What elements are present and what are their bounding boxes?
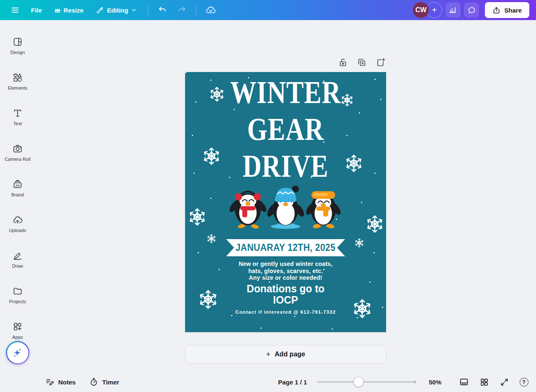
- snowflake-icon: [355, 238, 364, 248]
- sidebar-item-brand[interactable]: co Brand: [2, 174, 34, 202]
- folder-icon: [13, 286, 23, 296]
- crown-icon: [54, 8, 61, 13]
- add-page-icon: [376, 57, 386, 67]
- details-line: New or gently used winter coats,: [185, 260, 386, 268]
- insights-button[interactable]: [446, 3, 461, 18]
- camera-icon: [13, 144, 23, 154]
- toolbar-divider: [148, 5, 148, 15]
- add-page-button[interactable]: + Add page: [185, 345, 386, 364]
- sidebar-item-draw[interactable]: Draw: [2, 245, 34, 273]
- cloud-save-status-button[interactable]: [202, 2, 219, 18]
- donation-line: IOCP: [191, 294, 380, 306]
- main-menu-button[interactable]: [7, 2, 23, 18]
- poster-contact-text[interactable]: Contact if interested @ 612-791-7332: [185, 309, 386, 315]
- undo-button[interactable]: [154, 2, 171, 18]
- duplicate-page-icon: [357, 57, 367, 67]
- toolbar-divider: [196, 5, 196, 15]
- timer-button[interactable]: Timer: [85, 374, 124, 389]
- presentation-view-icon: [459, 377, 469, 387]
- sidebar-item-label: Uploads: [9, 228, 26, 233]
- add-page-label: Add page: [275, 351, 305, 358]
- file-menu-label: File: [31, 7, 42, 14]
- sidebar-item-text[interactable]: Text: [2, 103, 34, 131]
- cloud-check-icon: [206, 5, 216, 15]
- notes-icon: [45, 377, 54, 387]
- text-icon: [13, 108, 23, 118]
- sidebar-item-label: Elements: [8, 85, 28, 90]
- sidebar-item-elements[interactable]: Elements: [2, 67, 34, 95]
- poster-details-text[interactable]: New or gently used winter coats, hats, g…: [185, 260, 386, 281]
- brand-kit-icon: co: [13, 179, 23, 189]
- penguin-beanie-illustration: [265, 181, 307, 233]
- resize-label: Resize: [64, 7, 84, 14]
- brand-badge-text: co: [15, 183, 19, 187]
- sidebar-item-label: Draw: [12, 263, 23, 268]
- help-icon: ?: [520, 378, 528, 387]
- file-menu-button[interactable]: File: [26, 3, 47, 17]
- penguin-goggles-illustration: [302, 181, 344, 233]
- present-view-button[interactable]: [456, 374, 472, 390]
- duplicate-page-button[interactable]: [356, 57, 367, 68]
- date-banner-ribbon[interactable]: JANUARAY 12TH, 2025: [226, 239, 345, 256]
- date-banner-text: JANUARAY 12TH, 2025: [236, 242, 336, 253]
- lock-page-button[interactable]: [338, 57, 348, 68]
- contact-line: Contact if interested @ 612-791-7332: [235, 309, 336, 315]
- sidebar-item-apps[interactable]: Apps: [2, 317, 34, 344]
- sidebar-item-label: Design: [10, 50, 25, 55]
- hamburger-icon: [10, 5, 20, 15]
- plus-icon: +: [432, 5, 437, 15]
- page-indicator: Page 1 / 1: [278, 372, 307, 392]
- poster-title-line: DRIVE: [203, 147, 368, 184]
- sidebar-item-uploads[interactable]: Uploads: [2, 210, 34, 237]
- grid-view-icon: [480, 378, 489, 387]
- top-toolbar: File Resize Editing: [0, 0, 536, 20]
- comment-bubble-icon: [467, 6, 476, 15]
- sidebar-item-label: Projects: [9, 299, 26, 304]
- help-button[interactable]: ?: [515, 374, 532, 390]
- details-line: Any size or color needed!: [185, 274, 386, 281]
- elements-shapes-icon: [13, 72, 23, 83]
- redo-icon: [177, 5, 186, 15]
- notes-button[interactable]: Notes: [41, 374, 80, 389]
- sidebar-item-label: Brand: [11, 192, 24, 197]
- editing-mode-label: Editing: [107, 7, 128, 14]
- penguin-illustration-group[interactable]: [185, 181, 386, 233]
- design-icon: [13, 37, 23, 47]
- grid-view-button[interactable]: [476, 374, 492, 390]
- fullscreen-expand-icon: [500, 378, 509, 387]
- zoom-slider-track[interactable]: [317, 381, 416, 383]
- notes-label: Notes: [58, 379, 76, 386]
- canva-ai-assistant-button[interactable]: [6, 341, 29, 364]
- sidebar-item-design[interactable]: Design: [2, 32, 34, 59]
- redo-button[interactable]: [173, 2, 190, 18]
- poster-donation-text[interactable]: Donations go to IOCP: [191, 283, 380, 306]
- share-button[interactable]: Share: [485, 2, 529, 18]
- poster-title-line: WINTER: [203, 74, 368, 111]
- sidebar-item-label: Camera Roll: [5, 157, 31, 162]
- user-avatar[interactable]: CW: [413, 2, 429, 18]
- apps-grid-icon: [13, 322, 23, 332]
- poster-title[interactable]: WINTER GEAR DRIVE: [203, 74, 368, 184]
- fullscreen-button[interactable]: [496, 374, 513, 390]
- upload-cloud-icon: [13, 215, 23, 225]
- object-panel-sidebar: Design Elements Text Camera Roll: [0, 20, 35, 392]
- details-line: hats, gloves, scarves, etc.: [185, 268, 386, 275]
- editing-mode-button[interactable]: Editing: [91, 3, 142, 18]
- zoom-slider-thumb[interactable]: [353, 377, 363, 387]
- bottom-status-bar: Notes Timer Page 1 / 1 50% ?: [0, 372, 536, 392]
- sidebar-item-label: Text: [13, 121, 22, 126]
- comments-button[interactable]: [464, 3, 479, 18]
- timer-icon: [89, 377, 98, 387]
- sidebar-item-label: Apps: [12, 335, 23, 340]
- poster-title-line: GEAR: [203, 111, 368, 147]
- resize-button[interactable]: Resize: [49, 3, 89, 17]
- page-controls: [338, 57, 386, 68]
- chevron-down-icon: [131, 7, 137, 13]
- poster-page[interactable]: WINTER GEAR DRIVE: [185, 72, 386, 332]
- sparkle-icon: [7, 342, 28, 364]
- draw-pen-icon: [13, 250, 23, 260]
- undo-icon: [158, 5, 167, 15]
- sidebar-item-projects[interactable]: Projects: [2, 281, 34, 309]
- sidebar-item-camera-roll[interactable]: Camera Roll: [2, 139, 34, 166]
- add-page-icon-button[interactable]: [375, 57, 386, 68]
